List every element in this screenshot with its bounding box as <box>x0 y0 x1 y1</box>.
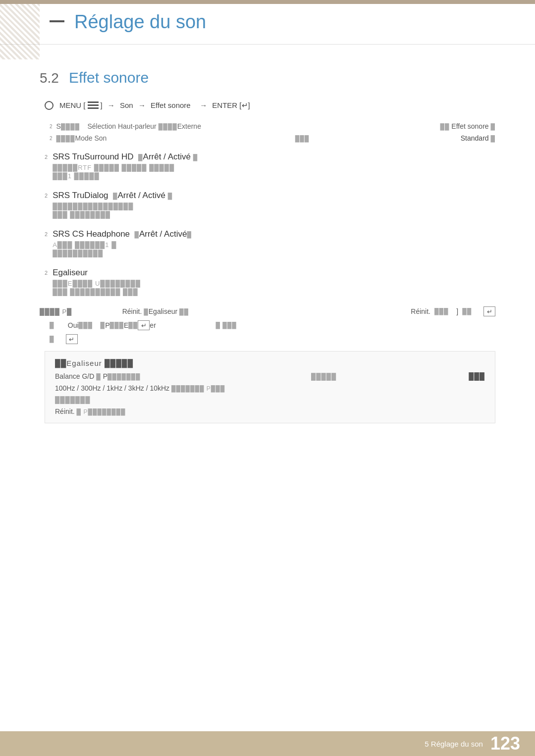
enter-prefix-garbled: █ <box>50 336 54 343</box>
bullet-1: 2 <box>50 124 53 129</box>
egaliser-desc-2: ███ ██████████ ███ <box>53 288 495 296</box>
feature-bullet-2: 2 SRS TruDialog █Arrêt / Activé █ ██████… <box>45 191 495 218</box>
footer-page-number: 123 <box>490 733 520 754</box>
active-text: Activé <box>168 152 191 161</box>
egaliser-content: Egaliseur ███E████ U████████ ███ ███████… <box>53 268 495 296</box>
feature-num-2: 2 <box>45 193 48 199</box>
left-accent-pattern <box>0 0 40 59</box>
feature-content-2: SRS TruDialog █Arrêt / Activé █ ████████… <box>53 191 495 218</box>
feature-num-1: 2 <box>45 154 48 160</box>
feature-desc-1b: ███1 █████ <box>53 172 495 180</box>
sub-nav-table: 2 S████ Sélection Haut-parleur ████Exter… <box>40 122 495 142</box>
egaliser-section: 2 Egaliseur ███E████ U████████ ███ █████… <box>40 268 495 296</box>
feature-title-2: SRS TruDialog █Arrêt / Activé █ <box>53 191 495 201</box>
feature-desc-2a: ████████████████ <box>53 202 495 210</box>
egaliser-desc-1: ███E████ U████████ <box>53 280 495 287</box>
egaliser-title: Egaliseur <box>53 268 495 278</box>
feature-desc-1a: █████RTF █████ █████ █████ <box>53 164 495 171</box>
sub-nav-right-1: ██ Effet sonore █ <box>396 122 495 130</box>
feature-content-1: SRS TruSurround HD █Arrêt / Activé █ ███… <box>53 152 495 180</box>
freq-sub: ███████ <box>55 396 485 403</box>
main-content: 5.2 Effet sonore MENU [] → Son → Effet s… <box>0 45 535 458</box>
enter-icon-inline: ↵ <box>242 101 248 109</box>
egaliser-bullet: 2 Egaliseur ███E████ U████████ ███ █████… <box>45 268 495 296</box>
feature-title-1: SRS TruSurround HD █Arrêt / Activé █ <box>53 152 495 162</box>
sub-nav-value-2: ███ <box>156 135 449 142</box>
nav-path: MENU [] → Son → Effet sonore → ENTER [↵] <box>40 101 495 110</box>
nav-path-text: MENU [] → Son → Effet sonore → ENTER [↵] <box>59 101 250 110</box>
section-title: Effet sonore <box>69 69 149 86</box>
enter-row: █ ↵ <box>40 334 495 344</box>
balance-label: Balance G/D █ P███████ <box>55 372 179 380</box>
section-heading: 5.2 Effet sonore <box>40 69 495 86</box>
enter-box-2: ↵ <box>138 320 150 330</box>
reinit-right: Réinit. ███ ]██ ↵ <box>411 306 495 316</box>
sub-nav-row-2: 2 ████Mode Son ███ Standard █ <box>50 134 495 142</box>
egaliser-details-box: ██Egaliseur █████ Balance G/D █ P███████… <box>45 351 495 423</box>
oui-prefix-garbled: █ <box>50 322 54 329</box>
footer: 5 Réglage du son 123 <box>0 731 535 756</box>
feature-trusurround: 2 SRS TruSurround HD █Arrêt / Activé █ █… <box>40 152 495 180</box>
page-title: Réglage du son <box>74 11 206 33</box>
reinit-center-text: Réinit. █Egaliseur ██ <box>99 307 411 315</box>
enter-box-1: ↵ <box>483 306 495 316</box>
sub-nav-row-1: 2 S████ Sélection Haut-parleur ████Exter… <box>50 122 495 130</box>
footer-chapter: 5 Réglage du son <box>425 740 483 748</box>
menu-icon <box>88 101 99 109</box>
egaliser-details-title: ██Egaliseur █████ <box>55 359 485 367</box>
feature-csheadphone: 2 SRS CS Headphone █Arrêt / Activé█ A███… <box>40 229 495 257</box>
page-header: Réglage du son <box>0 0 535 45</box>
feature-desc-3b: ██████████ <box>53 250 495 257</box>
nav-circle-icon <box>45 101 54 110</box>
enter-box-3: ↵ <box>66 334 78 344</box>
feature-content-3: SRS CS Headphone █Arrêt / Activé█ A███ █… <box>53 229 495 257</box>
balance-center: █████ <box>179 373 469 380</box>
balance-value: ███ <box>469 372 485 380</box>
freq-row: 100Hz / 300Hz / 1kHz / 3kHz / 10kHz ████… <box>55 384 485 392</box>
sub-nav-result-2: Standard █ <box>449 134 495 142</box>
menu-bar-icon <box>50 20 64 22</box>
reinit-label: ████ P█ <box>40 308 99 315</box>
feature-bullet-3: 2 SRS CS Headphone █Arrêt / Activé█ A███… <box>45 229 495 257</box>
feature-num-3: 2 <box>45 231 48 237</box>
feature-desc-3a: A███ ██████1 █ <box>53 241 495 249</box>
feature-bullet-1: 2 SRS TruSurround HD █Arrêt / Activé █ █… <box>45 152 495 180</box>
egaliser-balance-row: Balance G/D █ P███████ █████ ███ <box>55 372 485 380</box>
sub-nav-label-1: S████ Sélection Haut-parleur ████Externe <box>56 122 201 130</box>
feature-title-3: SRS CS Headphone █Arrêt / Activé█ <box>53 229 495 239</box>
egaliser-num: 2 <box>45 270 48 276</box>
reinit-egaliseur-row: ████ P█ Réinit. █Egaliseur ██ Réinit. ██… <box>40 306 495 316</box>
oui-row: █ Oui ███ █ P███E█ █↵er █ ███ <box>40 320 495 330</box>
bullet-2: 2 <box>50 136 53 141</box>
feature-trudialog: 2 SRS TruDialog █Arrêt / Activé █ ██████… <box>40 191 495 218</box>
feature-desc-2b: ███ ████████ <box>53 211 495 218</box>
reinit-final: Réinit. █ P████████ <box>55 407 485 415</box>
sub-nav-label-2: ████Mode Son <box>56 134 156 142</box>
top-accent-bar <box>0 0 535 4</box>
section-number: 5.2 <box>40 70 59 86</box>
